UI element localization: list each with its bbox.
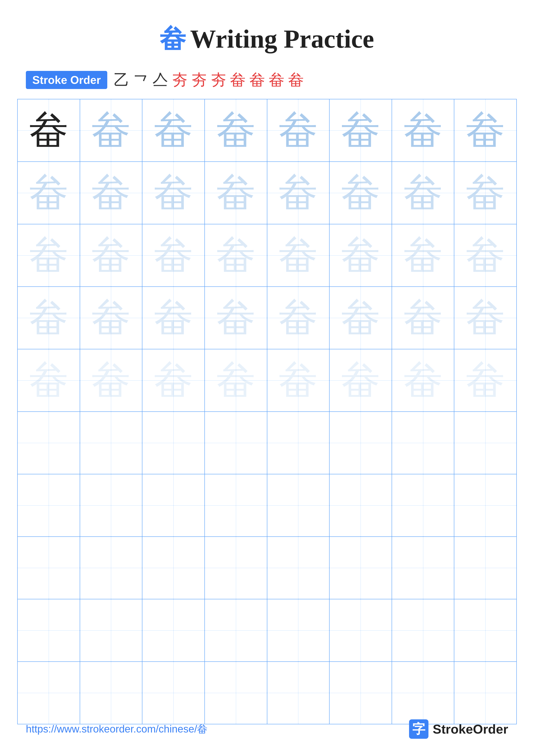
stroke-7: 畚 [230, 69, 245, 90]
stroke-9: 畚 [269, 69, 284, 90]
grid-cell[interactable]: 畚 [329, 349, 392, 412]
practice-grid: 畚 畚 畚 畚 畚 畚 畚 [17, 99, 517, 724]
grid-cell[interactable]: 畚 [80, 349, 142, 412]
grid-cell-empty[interactable] [17, 537, 80, 599]
grid-cell-empty[interactable] [142, 474, 205, 537]
practice-char-faded: 畚 [216, 109, 255, 152]
practice-char-faded: 畚 [154, 234, 193, 277]
practice-char-faded: 畚 [91, 359, 130, 402]
grid-cell-empty[interactable] [80, 412, 142, 474]
grid-cell-empty[interactable] [392, 474, 454, 537]
grid-cell-empty[interactable] [17, 474, 80, 537]
grid-cell[interactable]: 畚 [267, 162, 330, 224]
practice-char-faded: 畚 [91, 171, 130, 214]
grid-cell[interactable]: 畚 [267, 99, 330, 162]
grid-cell[interactable]: 畚 [454, 224, 517, 286]
grid-cell[interactable]: 畚 [142, 162, 205, 224]
practice-char-faded: 畚 [279, 359, 318, 402]
practice-grid-container: 畚 畚 畚 畚 畚 畚 畚 [0, 99, 534, 724]
grid-cell[interactable]: 畚 [329, 286, 392, 349]
grid-cell[interactable]: 畚 [80, 99, 142, 162]
practice-char-faded: 畚 [404, 296, 443, 339]
grid-cell-empty[interactable] [142, 599, 205, 662]
grid-cell-empty[interactable] [80, 599, 142, 662]
grid-cell[interactable]: 畚 [80, 162, 142, 224]
grid-cell[interactable]: 畚 [17, 224, 80, 286]
grid-cell-empty[interactable] [392, 537, 454, 599]
practice-char-faded: 畚 [404, 171, 443, 214]
grid-cell-empty[interactable] [392, 599, 454, 662]
practice-char-faded: 畚 [279, 234, 318, 277]
grid-cell[interactable]: 畚 [454, 286, 517, 349]
grid-cell-empty[interactable] [329, 537, 392, 599]
grid-cell[interactable]: 畚 [17, 286, 80, 349]
grid-cell-empty[interactable] [205, 662, 267, 724]
table-row: 畚 畚 畚 畚 畚 畚 畚 [17, 349, 517, 412]
grid-cell[interactable]: 畚 [329, 224, 392, 286]
grid-cell[interactable]: 畚 [267, 286, 330, 349]
grid-cell[interactable]: 畚 [142, 224, 205, 286]
grid-cell[interactable]: 畚 [205, 286, 267, 349]
grid-cell[interactable]: 畚 [392, 162, 454, 224]
grid-cell[interactable]: 畚 [329, 162, 392, 224]
grid-cell[interactable]: 畚 [329, 99, 392, 162]
grid-cell-empty[interactable] [80, 662, 142, 724]
grid-cell-empty[interactable] [454, 537, 517, 599]
grid-cell[interactable]: 畚 [454, 349, 517, 412]
grid-cell[interactable]: 畚 [80, 224, 142, 286]
grid-cell-empty[interactable] [454, 662, 517, 724]
grid-cell-empty[interactable] [392, 412, 454, 474]
grid-cell-empty[interactable] [205, 537, 267, 599]
grid-cell[interactable]: 畚 [17, 349, 80, 412]
grid-cell-empty[interactable] [142, 412, 205, 474]
grid-cell[interactable]: 畚 [392, 349, 454, 412]
practice-char-faded: 畚 [91, 234, 130, 277]
practice-char-faded: 畚 [29, 234, 68, 277]
grid-cell-empty[interactable] [142, 662, 205, 724]
practice-char-faded: 畚 [154, 359, 193, 402]
grid-cell[interactable]: 畚 [205, 349, 267, 412]
grid-cell-empty[interactable] [205, 412, 267, 474]
grid-cell[interactable]: 畚 [17, 99, 80, 162]
grid-cell-empty[interactable] [267, 537, 330, 599]
grid-cell-empty[interactable] [329, 599, 392, 662]
grid-cell[interactable]: 畚 [142, 99, 205, 162]
grid-cell-empty[interactable] [454, 599, 517, 662]
grid-cell-empty[interactable] [329, 412, 392, 474]
grid-cell[interactable]: 畚 [267, 349, 330, 412]
grid-cell[interactable]: 畚 [205, 99, 267, 162]
practice-char-faded: 畚 [91, 109, 130, 152]
grid-cell[interactable]: 畚 [454, 99, 517, 162]
grid-cell[interactable]: 畚 [142, 349, 205, 412]
grid-cell[interactable]: 畚 [80, 286, 142, 349]
grid-cell[interactable]: 畚 [392, 224, 454, 286]
grid-cell-empty[interactable] [267, 474, 330, 537]
grid-cell[interactable]: 畚 [17, 162, 80, 224]
grid-cell-empty[interactable] [329, 662, 392, 724]
grid-cell-empty[interactable] [205, 474, 267, 537]
grid-cell[interactable]: 畚 [392, 286, 454, 349]
grid-cell-empty[interactable] [454, 474, 517, 537]
grid-cell[interactable]: 畚 [142, 286, 205, 349]
grid-cell-empty[interactable] [17, 599, 80, 662]
grid-cell-empty[interactable] [142, 537, 205, 599]
grid-cell-empty[interactable] [80, 474, 142, 537]
grid-cell-empty[interactable] [454, 412, 517, 474]
practice-char-faded: 畚 [279, 171, 318, 214]
grid-cell-empty[interactable] [329, 474, 392, 537]
grid-cell-empty[interactable] [267, 599, 330, 662]
grid-cell-empty[interactable] [80, 537, 142, 599]
footer-url[interactable]: https://www.strokeorder.com/chinese/畚 [26, 722, 207, 736]
grid-cell[interactable]: 畚 [392, 99, 454, 162]
grid-cell[interactable]: 畚 [454, 162, 517, 224]
grid-cell-empty[interactable] [267, 412, 330, 474]
grid-cell[interactable]: 畚 [205, 224, 267, 286]
grid-cell-empty[interactable] [267, 662, 330, 724]
title-character: 畚 [160, 25, 186, 53]
grid-cell-empty[interactable] [205, 599, 267, 662]
grid-cell[interactable]: 畚 [267, 224, 330, 286]
grid-cell-empty[interactable] [17, 412, 80, 474]
grid-cell-empty[interactable] [392, 662, 454, 724]
grid-cell-empty[interactable] [17, 662, 80, 724]
grid-cell[interactable]: 畚 [205, 162, 267, 224]
